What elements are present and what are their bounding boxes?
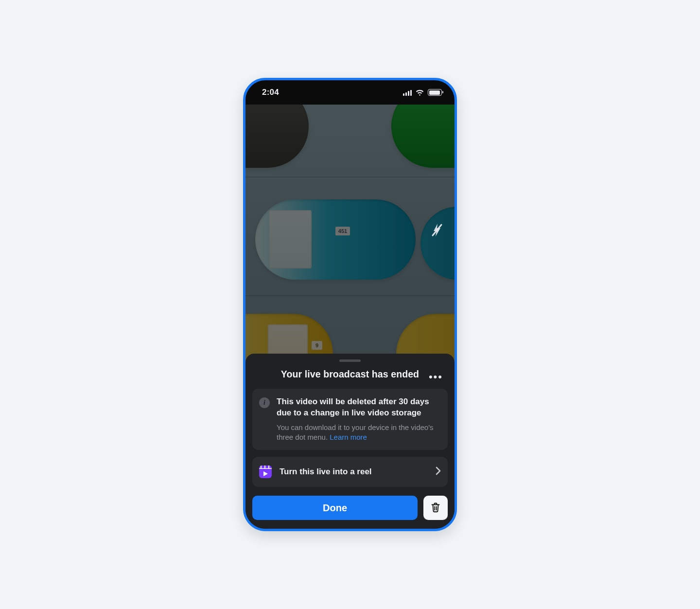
flash-off-icon[interactable] [431,223,443,239]
learn-more-link[interactable]: Learn more [330,433,367,441]
sheet-header: Your live broadcast has ended ••• [252,369,448,389]
status-bar: 2:04 [245,80,455,105]
cellular-signal-icon [403,90,412,96]
chevron-right-icon [436,466,441,477]
more-options-button[interactable]: ••• [428,370,444,384]
sheet-grabber[interactable] [339,359,361,362]
status-indicators [403,89,442,96]
wifi-icon [415,89,424,96]
delete-button[interactable] [423,496,448,520]
reel-label: Turn this live into a reel [280,467,428,477]
notice-subtext: You can download it to your device in th… [277,423,440,443]
battery-icon [428,89,442,96]
reels-icon [259,466,272,478]
storage-notice-card: i This video will be deleted after 30 da… [252,389,448,450]
trash-icon [431,502,440,514]
phone-frame: 2:04 [243,78,457,531]
turn-into-reel-button[interactable]: Turn this live into a reel [252,457,448,487]
notice-heading: This video will be deleted after 30 days… [277,396,440,419]
done-button[interactable]: Done [252,496,418,520]
page-background: 2:04 [70,15,630,594]
sheet-title: Your live broadcast has ended [281,369,419,380]
sheet-actions: Done [252,496,448,520]
info-icon: i [259,397,270,408]
status-time: 2:04 [262,88,279,97]
bottom-sheet: Your live broadcast has ended ••• i This… [245,354,455,529]
